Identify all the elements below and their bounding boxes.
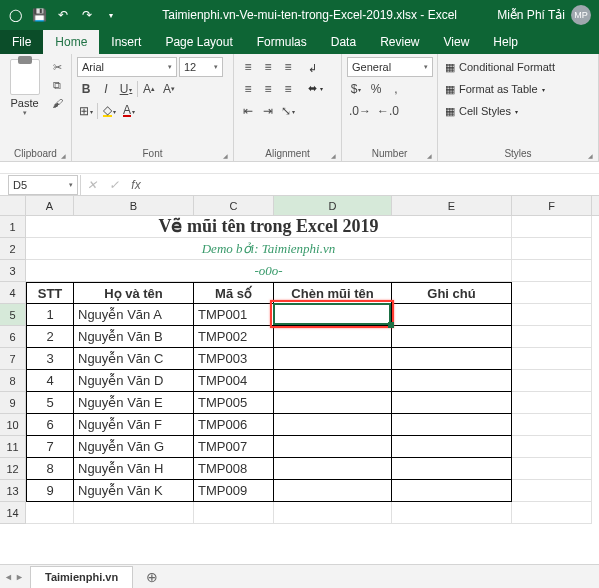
row-header-1[interactable]: 1 bbox=[0, 216, 26, 238]
cell[interactable] bbox=[392, 414, 512, 436]
grid[interactable]: Vẽ mũi tên trong Excel 2019Demo bởi: Tai… bbox=[26, 216, 599, 564]
increase-decimal-icon[interactable]: .0→ bbox=[347, 101, 373, 121]
cell[interactable]: 8 bbox=[26, 458, 74, 480]
separator-cell[interactable]: -o0o- bbox=[26, 260, 512, 282]
align-left-icon[interactable]: ≡ bbox=[239, 79, 257, 99]
col-header-B[interactable]: B bbox=[74, 196, 194, 215]
copy-icon[interactable]: ⧉ bbox=[48, 77, 66, 93]
cell[interactable]: Mã số bbox=[194, 282, 274, 304]
cell[interactable] bbox=[512, 392, 592, 414]
enter-icon[interactable]: ✓ bbox=[103, 175, 125, 195]
cell[interactable]: Nguyễn Văn F bbox=[74, 414, 194, 436]
cell[interactable] bbox=[392, 436, 512, 458]
row-header-4[interactable]: 4 bbox=[0, 282, 26, 304]
sheet-nav[interactable]: ◄► bbox=[4, 572, 24, 582]
cell[interactable] bbox=[512, 216, 592, 238]
cell[interactable]: Nguyễn Văn A bbox=[74, 304, 194, 326]
cell[interactable] bbox=[274, 370, 392, 392]
merge-center-button[interactable]: ⬌▾ bbox=[305, 79, 326, 97]
formula-input[interactable] bbox=[147, 175, 599, 195]
col-header-F[interactable]: F bbox=[512, 196, 592, 215]
cell[interactable]: 7 bbox=[26, 436, 74, 458]
cell[interactable] bbox=[26, 502, 74, 524]
cell[interactable] bbox=[74, 502, 194, 524]
font-name-combo[interactable]: Arial▾ bbox=[77, 57, 177, 77]
format-as-table-button[interactable]: ▦Format as Table▾ bbox=[443, 79, 557, 99]
decrease-decimal-icon[interactable]: ←.0 bbox=[375, 101, 401, 121]
cell[interactable] bbox=[392, 348, 512, 370]
cell[interactable]: Nguyễn Văn C bbox=[74, 348, 194, 370]
select-all-corner[interactable] bbox=[0, 196, 26, 216]
cell[interactable]: Nguyễn Văn E bbox=[74, 392, 194, 414]
tab-file[interactable]: File bbox=[0, 30, 43, 54]
cell[interactable]: TMP002 bbox=[194, 326, 274, 348]
cell[interactable]: Nguyễn Văn B bbox=[74, 326, 194, 348]
row-header-11[interactable]: 11 bbox=[0, 436, 26, 458]
avatar[interactable]: MP bbox=[571, 5, 591, 25]
align-right-icon[interactable]: ≡ bbox=[279, 79, 297, 99]
cell[interactable] bbox=[512, 502, 592, 524]
accounting-format-icon[interactable]: $▾ bbox=[347, 79, 365, 99]
add-sheet-button[interactable]: ⊕ bbox=[141, 566, 163, 588]
cell[interactable] bbox=[512, 458, 592, 480]
cell[interactable] bbox=[274, 348, 392, 370]
cell[interactable]: TMP008 bbox=[194, 458, 274, 480]
cell[interactable] bbox=[274, 414, 392, 436]
name-box[interactable]: D5▾ bbox=[8, 175, 78, 195]
align-middle-icon[interactable]: ≡ bbox=[259, 57, 277, 77]
cell[interactable] bbox=[512, 282, 592, 304]
align-center-icon[interactable]: ≡ bbox=[259, 79, 277, 99]
row-header-8[interactable]: 8 bbox=[0, 370, 26, 392]
tab-data[interactable]: Data bbox=[319, 30, 368, 54]
cell[interactable] bbox=[512, 370, 592, 392]
sheet-tab-active[interactable]: Taimienphi.vn bbox=[30, 566, 133, 588]
cell[interactable] bbox=[274, 458, 392, 480]
italic-button[interactable]: I bbox=[97, 79, 115, 99]
cell[interactable]: Nguyễn Văn D bbox=[74, 370, 194, 392]
font-size-combo[interactable]: 12▾ bbox=[179, 57, 223, 77]
row-header-9[interactable]: 9 bbox=[0, 392, 26, 414]
cell[interactable]: STT bbox=[26, 282, 74, 304]
decrease-indent-icon[interactable]: ⇤ bbox=[239, 101, 257, 121]
bold-button[interactable]: B bbox=[77, 79, 95, 99]
cell[interactable] bbox=[512, 414, 592, 436]
cell[interactable] bbox=[392, 304, 512, 326]
save-icon[interactable]: 💾 bbox=[28, 4, 50, 26]
undo-icon[interactable]: ↶ bbox=[52, 4, 74, 26]
cell[interactable] bbox=[512, 326, 592, 348]
cut-icon[interactable]: ✂ bbox=[48, 59, 66, 75]
cell[interactable]: TMP005 bbox=[194, 392, 274, 414]
decrease-font-icon[interactable]: A▾ bbox=[160, 79, 178, 99]
number-format-combo[interactable]: General▾ bbox=[347, 57, 433, 77]
chevron-right-icon[interactable]: ► bbox=[15, 572, 24, 582]
cell-styles-button[interactable]: ▦Cell Styles▾ bbox=[443, 101, 557, 121]
row-header-2[interactable]: 2 bbox=[0, 238, 26, 260]
tab-view[interactable]: View bbox=[432, 30, 482, 54]
cell[interactable] bbox=[392, 392, 512, 414]
fill-handle[interactable] bbox=[388, 322, 394, 328]
format-painter-icon[interactable]: 🖌 bbox=[48, 95, 66, 111]
underline-button[interactable]: U▾ bbox=[117, 79, 135, 99]
wrap-text-button[interactable]: ↲ bbox=[305, 59, 326, 77]
cell[interactable] bbox=[512, 436, 592, 458]
row-header-6[interactable]: 6 bbox=[0, 326, 26, 348]
redo-icon[interactable]: ↷ bbox=[76, 4, 98, 26]
tab-help[interactable]: Help bbox=[481, 30, 530, 54]
row-header-12[interactable]: 12 bbox=[0, 458, 26, 480]
tab-formulas[interactable]: Formulas bbox=[245, 30, 319, 54]
tab-review[interactable]: Review bbox=[368, 30, 431, 54]
col-header-D[interactable]: D bbox=[274, 196, 392, 215]
cell[interactable]: Nguyễn Văn K bbox=[74, 480, 194, 502]
cell[interactable]: 3 bbox=[26, 348, 74, 370]
cell[interactable]: 6 bbox=[26, 414, 74, 436]
cancel-icon[interactable]: ✕ bbox=[81, 175, 103, 195]
cell[interactable]: TMP006 bbox=[194, 414, 274, 436]
cell[interactable] bbox=[274, 304, 392, 326]
increase-indent-icon[interactable]: ⇥ bbox=[259, 101, 277, 121]
cell[interactable]: TMP007 bbox=[194, 436, 274, 458]
cell[interactable] bbox=[512, 304, 592, 326]
cell[interactable]: TMP001 bbox=[194, 304, 274, 326]
align-bottom-icon[interactable]: ≡ bbox=[279, 57, 297, 77]
cell[interactable]: 5 bbox=[26, 392, 74, 414]
cell[interactable] bbox=[274, 436, 392, 458]
